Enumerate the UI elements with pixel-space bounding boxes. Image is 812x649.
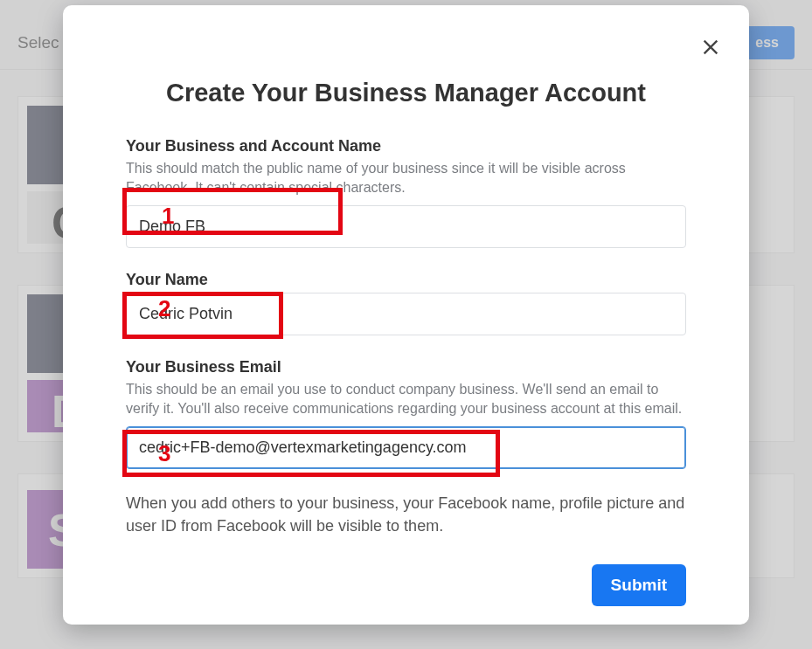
close-icon <box>701 38 720 57</box>
business-email-input[interactable] <box>126 426 686 469</box>
field-your-name: Your Name <box>126 271 686 335</box>
your-name-label: Your Name <box>126 271 686 289</box>
field-business-email: Your Business Email This should be an em… <box>126 358 686 469</box>
close-button[interactable] <box>698 35 723 59</box>
submit-button[interactable]: Submit <box>592 564 686 606</box>
field-business-name: Your Business and Account Name This shou… <box>126 137 686 248</box>
disclosure-text: When you add others to your business, yo… <box>126 492 686 537</box>
business-email-label: Your Business Email <box>126 358 686 376</box>
business-name-label: Your Business and Account Name <box>126 137 686 155</box>
business-name-input[interactable] <box>126 205 686 248</box>
business-name-hint: This should match the public name of you… <box>126 159 686 197</box>
your-name-input[interactable] <box>126 293 686 335</box>
business-email-hint: This should be an email you use to condu… <box>126 380 686 418</box>
create-business-modal: Create Your Business Manager Account You… <box>63 5 749 625</box>
modal-title: Create Your Business Manager Account <box>126 79 686 107</box>
